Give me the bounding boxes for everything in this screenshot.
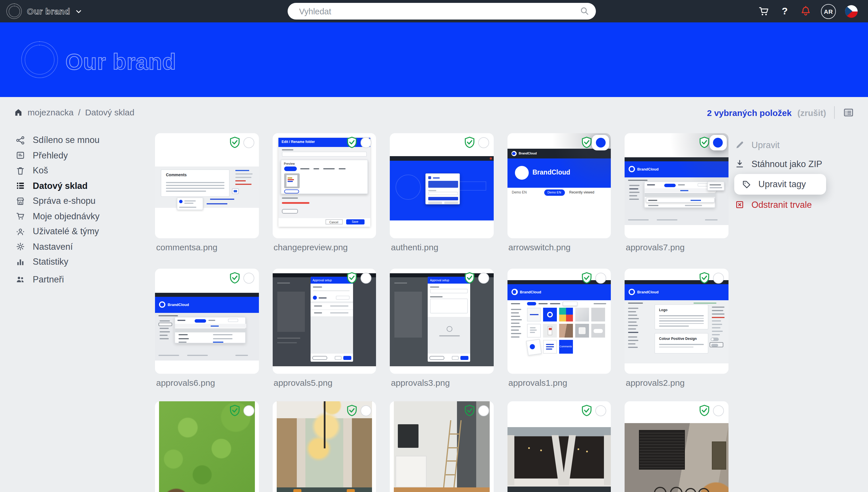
avatar[interactable]: AR (821, 4, 836, 19)
select-checkbox-checked[interactable] (709, 135, 726, 150)
language-flag-czech-icon[interactable] (845, 5, 858, 18)
sidebar-item-statistics[interactable]: Statistiky (16, 254, 148, 270)
asset-card-photo-interior[interactable] (390, 401, 493, 492)
select-checkbox[interactable] (478, 273, 489, 284)
menu-item-edit[interactable]: Upravit (734, 136, 840, 154)
breadcrumb: mojeznacka / Datový sklad (14, 107, 134, 117)
thumb-colour-heading: Colour Positive Design (659, 337, 697, 340)
thumb-brand-name: BrandCloud (637, 290, 659, 294)
thumb-preview-label: Preview (284, 162, 295, 165)
asset-card-photo-cafe[interactable] (625, 401, 728, 492)
asset-filename: approvals5.png (272, 378, 376, 388)
search-input[interactable] (298, 3, 573, 20)
list-icon (16, 181, 25, 191)
context-menu: Upravit Stáhnout jako ZIP Upravit tagy O… (734, 136, 840, 214)
storefront-icon (16, 196, 25, 206)
asset-filename: changepreview.png (272, 242, 376, 252)
menu-item-edit-tags[interactable]: Upravit tagy (734, 174, 826, 195)
asset-card-approvals2[interactable]: BrandCloud Logo (625, 269, 728, 388)
asset-card-photo-lamps[interactable] (272, 401, 376, 492)
select-checkbox[interactable] (361, 137, 371, 148)
select-checkbox[interactable] (361, 405, 371, 416)
asset-card-commentsa[interactable]: Comments (155, 133, 258, 252)
sidebar-item-label: Sdíleno se mnou (33, 135, 100, 146)
notifications-icon[interactable] (800, 5, 812, 17)
banner-brand-name: Our brand (66, 49, 176, 75)
app-window: Our brand ? AR Our brand mojeznacka / Da… (0, 0, 868, 492)
select-checkbox[interactable] (478, 137, 489, 148)
asset-card-approvals7[interactable]: BrandCloud (625, 133, 728, 252)
select-checkbox-checked[interactable] (592, 135, 609, 150)
breadcrumb-current[interactable]: Datový sklad (85, 107, 134, 117)
select-checkbox[interactable] (361, 273, 371, 284)
sidebar-item-trash[interactable]: Koš (16, 163, 148, 178)
sidebar-item-label: Koš (33, 166, 48, 176)
search-icon[interactable] (580, 6, 589, 16)
asset-filename: authenti.png (390, 242, 493, 252)
asset-card-photo-tree[interactable] (155, 401, 258, 492)
share-icon (16, 136, 25, 145)
sidebar-item-users-teams[interactable]: Uživatelé & týmy (16, 224, 148, 239)
thumb-brand-name: BrandCloud (520, 290, 541, 294)
download-icon (734, 159, 745, 169)
sidebar-item-label: Partneři (33, 274, 64, 285)
sidebar-item-settings[interactable]: Nastavení (16, 239, 148, 254)
sidebar-item-orders[interactable]: Moje objednávky (16, 209, 148, 224)
asset-card-changepreview[interactable]: Edit / Rename folder Preview (272, 133, 376, 252)
delete-icon (734, 200, 745, 210)
sidebar-item-data-storage[interactable]: Datový sklad (16, 178, 148, 194)
thumb-demo-pill: Demo EN (544, 190, 565, 196)
selection-count: 2 vybraných položek (707, 108, 792, 117)
menu-item-download-zip[interactable]: Stáhnout jako ZIP (734, 154, 840, 173)
tag-icon (741, 179, 752, 189)
asset-filename: approvals2.png (625, 378, 728, 388)
sidebar-item-label: Uživatelé & týmy (33, 226, 99, 237)
sidebar-item-overviews[interactable]: Přehledy (16, 148, 148, 163)
select-checkbox[interactable] (243, 405, 254, 416)
select-checkbox[interactable] (713, 405, 724, 416)
white-interior-ladder-photo (394, 401, 489, 492)
select-checkbox[interactable] (243, 273, 254, 284)
thumb-logo-heading: Logo (659, 308, 667, 312)
approved-shield-icon (699, 272, 709, 284)
approved-shield-icon (464, 137, 474, 148)
approved-shield-icon (347, 137, 357, 148)
thumb-brand-name: BrandCloud (519, 152, 537, 155)
sidebar-item-partners[interactable]: Partneři (16, 272, 148, 287)
thumb-save-button: Save (346, 219, 364, 224)
select-checkbox[interactable] (595, 405, 606, 416)
approved-shield-icon (229, 405, 240, 416)
partners-icon (16, 275, 25, 285)
thumb-dialog-title: Edit / Rename folder (281, 140, 315, 144)
chevron-down-icon[interactable] (75, 8, 82, 15)
asset-card-approvals6[interactable]: BrandCloud (155, 269, 258, 388)
breadcrumb-root[interactable]: mojeznacka (28, 107, 73, 117)
list-view-icon[interactable] (843, 107, 854, 118)
sidebar-item-shared[interactable]: Sdíleno se mnou (16, 132, 148, 148)
asset-card-approvals5[interactable]: Approval setup (272, 269, 376, 388)
pendant-lamps-interior-photo (276, 401, 372, 492)
asset-filename: approvals3.png (390, 378, 493, 388)
sidebar-item-eshop[interactable]: Správa e-shopu (16, 194, 148, 209)
select-checkbox[interactable] (595, 273, 606, 284)
selection-cancel[interactable]: (zrušit) (797, 108, 826, 117)
asset-card-approvals3[interactable]: Approval setup approvals3.png (390, 269, 493, 388)
menu-item-delete-permanently[interactable]: Odstranit trvale (734, 195, 840, 214)
asset-card-authenti[interactable]: authenti.png (390, 133, 493, 252)
home-icon[interactable] (14, 108, 23, 117)
search-bar (288, 3, 596, 20)
help-icon[interactable]: ? (779, 5, 791, 17)
cafe-bicycles-photo (625, 423, 728, 492)
asset-card-arrowswitch[interactable]: BrandCloud BrandCloud Demo EN Demo EN Re… (507, 133, 611, 252)
select-checkbox[interactable] (713, 273, 724, 284)
select-checkbox[interactable] (478, 405, 489, 416)
stats-icon (16, 257, 25, 267)
thumb-brand-name: BrandCloud (168, 302, 189, 306)
select-checkbox[interactable] (243, 137, 254, 148)
asset-card-approvals1[interactable]: BrandCloud (507, 269, 611, 388)
asset-card-photo-storefront[interactable] (507, 401, 611, 492)
orders-cart-icon (16, 212, 25, 221)
brand-name: Our brand (27, 6, 70, 16)
cart-icon[interactable] (758, 5, 770, 17)
brand-menu[interactable]: Our brand (6, 3, 82, 19)
